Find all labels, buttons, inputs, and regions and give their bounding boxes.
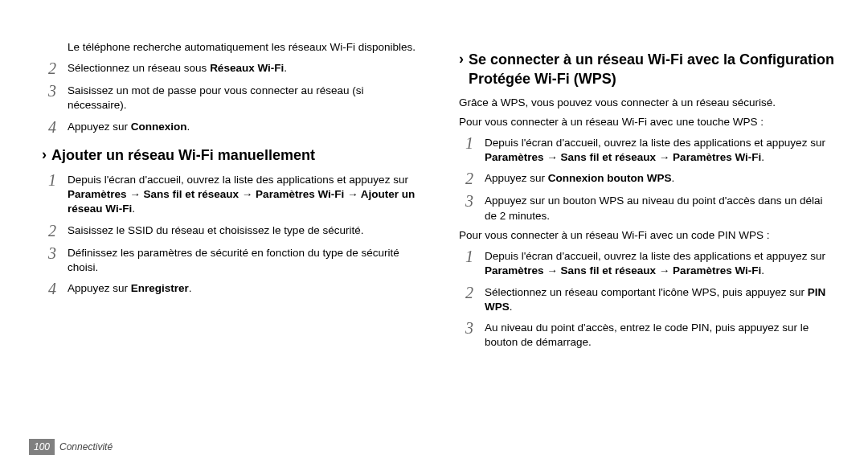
page-number: 100 — [29, 439, 55, 455]
step-number: 3 — [459, 192, 480, 210]
step-number: 2 — [42, 222, 63, 240]
page-footer: 100 Connectivité — [29, 439, 113, 455]
manual-step-2: 2 Saisissez le SSID du réseau et choisis… — [42, 222, 417, 240]
step-number: 3 — [42, 82, 63, 100]
step-text: Depuis l'écran d'accueil, ouvrez la list… — [485, 248, 834, 278]
wps-pin-intro: Pour vous connecter à un réseau Wi-Fi av… — [459, 228, 834, 243]
step-text: Au niveau du point d'accès, entrez le co… — [485, 319, 834, 350]
heading-text: Ajouter un réseau Wi-Fi manuellement — [51, 145, 315, 165]
step-text: Appuyez sur Connexion bouton WPS. — [485, 170, 834, 186]
text: . — [284, 62, 287, 74]
step-number: 2 — [459, 284, 480, 301]
right-column: › Se connecter à un réseau Wi-Fi avec la… — [449, 40, 844, 442]
wps-button-intro: Pour vous connecter à un réseau Wi-Fi av… — [459, 115, 834, 129]
bold-text: Paramètres → Sans fil et réseaux → Param… — [485, 151, 761, 163]
wps-button-step-3: 3 Appuyez sur un bouton WPS au niveau du… — [459, 192, 834, 223]
heading-add-manual: › Ajouter un réseau Wi-Fi manuellement — [42, 145, 417, 165]
step-text: Depuis l'écran d'accueil, ouvrez la list… — [485, 134, 834, 165]
bold-text: Connexion — [131, 121, 187, 133]
step-3: 3 Saisissez un mot de passe pour vous co… — [42, 82, 417, 113]
chevron-icon: › — [459, 50, 464, 68]
step-2: 2 Sélectionnez un réseau sous Réseaux Wi… — [42, 59, 417, 77]
text: . — [761, 151, 764, 163]
step-text: Appuyez sur Connexion. — [68, 118, 417, 134]
step-text: Sélectionnez un réseau sous Réseaux Wi-F… — [68, 59, 417, 76]
text: Appuyez sur — [68, 282, 131, 294]
step-number: 3 — [459, 319, 480, 337]
manual-step-4: 4 Appuyez sur Enregistrer. — [42, 280, 417, 297]
step-number: 3 — [42, 244, 63, 262]
step-text: Sélectionnez un réseau comportant l'icôn… — [485, 284, 834, 314]
step-number: 4 — [42, 118, 63, 136]
wps-pin-step-2: 2 Sélectionnez un réseau comportant l'ic… — [459, 284, 834, 314]
wps-button-step-1: 1 Depuis l'écran d'accueil, ouvrez la li… — [459, 134, 834, 165]
content-columns: Le téléphone recherche automatiquement l… — [32, 40, 844, 442]
step-text: Appuyez sur un bouton WPS au niveau du p… — [485, 192, 834, 223]
text: . — [187, 121, 190, 133]
wps-button-step-2: 2 Appuyez sur Connexion bouton WPS. — [459, 170, 834, 187]
step-text: Définissez les paramètres de sécurité en… — [68, 244, 417, 275]
wps-pin-step-3: 3 Au niveau du point d'accès, entrez le … — [459, 319, 834, 350]
wps-intro: Grâce à WPS, vous pouvez vous connecter … — [459, 96, 834, 110]
text: . — [761, 264, 764, 276]
step-number: 2 — [459, 170, 480, 187]
step-number: 2 — [42, 59, 63, 77]
left-column: Le téléphone recherche automatiquement l… — [32, 40, 427, 442]
step-number: 4 — [42, 280, 63, 297]
step-text: Saisissez un mot de passe pour vous conn… — [68, 82, 417, 113]
step-4: 4 Appuyez sur Connexion. — [42, 118, 417, 136]
step-number: 1 — [42, 171, 63, 189]
text: Depuis l'écran d'accueil, ouvrez la list… — [68, 174, 408, 186]
manual-step-1: 1 Depuis l'écran d'accueil, ouvrez la li… — [42, 171, 417, 217]
intro-paragraph: Le téléphone recherche automatiquement l… — [68, 40, 417, 55]
text: Depuis l'écran d'accueil, ouvrez la list… — [485, 137, 825, 149]
bold-text: Paramètres → Sans fil et réseaux → Param… — [68, 188, 415, 215]
step-text: Depuis l'écran d'accueil, ouvrez la list… — [68, 171, 417, 217]
heading-text: Se connecter à un réseau Wi-Fi avec la C… — [469, 50, 834, 89]
bold-text: Connexion bouton WPS — [548, 172, 672, 184]
heading-wps: › Se connecter à un réseau Wi-Fi avec la… — [459, 50, 834, 89]
bold-text: Réseaux Wi-Fi — [210, 62, 284, 74]
text: Sélectionnez un réseau comportant l'icôn… — [485, 286, 808, 298]
section-name: Connectivité — [59, 440, 113, 453]
text: . — [672, 172, 675, 184]
text: Depuis l'écran d'accueil, ouvrez la list… — [485, 250, 825, 262]
chevron-icon: › — [42, 145, 47, 164]
text: Appuyez sur — [68, 121, 131, 133]
step-text: Appuyez sur Enregistrer. — [68, 280, 417, 296]
step-number: 1 — [459, 248, 480, 265]
step-number: 1 — [459, 134, 480, 152]
manual-step-3: 3 Définissez les paramètres de sécurité … — [42, 244, 417, 275]
text: . — [510, 301, 513, 313]
text: Appuyez sur — [485, 172, 548, 184]
bold-text: Paramètres → Sans fil et réseaux → Param… — [485, 264, 761, 276]
bold-text: Enregistrer — [131, 282, 189, 294]
wps-pin-step-1: 1 Depuis l'écran d'accueil, ouvrez la li… — [459, 248, 834, 278]
text: Sélectionnez un réseau sous — [68, 62, 210, 74]
text: . — [189, 282, 192, 294]
text: . — [132, 203, 135, 215]
step-text: Saisissez le SSID du réseau et choisisse… — [68, 222, 417, 238]
